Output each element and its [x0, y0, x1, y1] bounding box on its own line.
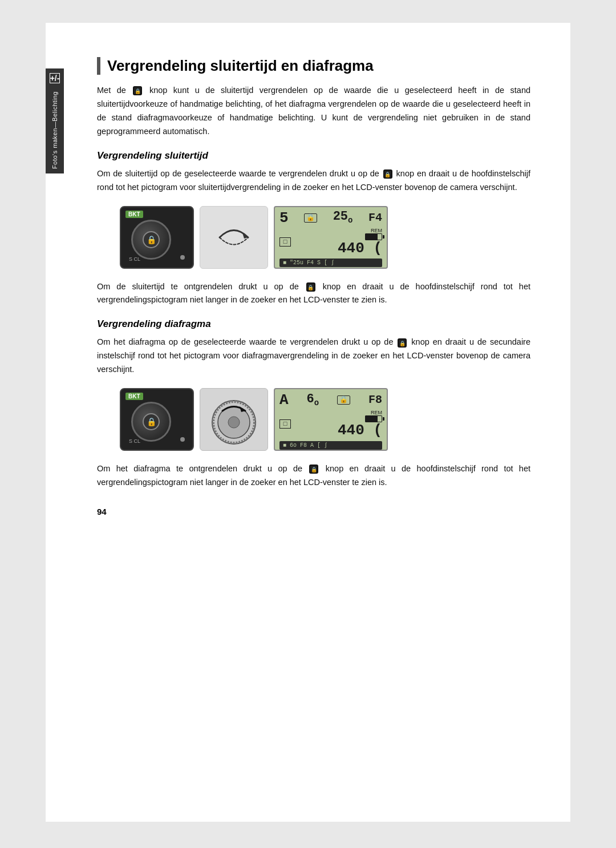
scl-label-1: S CL — [129, 256, 140, 262]
arrow-svg-2 — [205, 394, 262, 445]
dial-lock-icon-2: 🔒 — [147, 417, 156, 426]
page-number: 94 — [97, 507, 530, 516]
section1-title: Vergrendeling sluitertijd — [97, 150, 530, 161]
lcd-battery-1 — [365, 233, 382, 240]
lcd-battery-2 — [365, 415, 382, 422]
lcd-bottom-text-1: ■ "25u F4 S [ ∫ — [283, 260, 334, 266]
scl-label-2: S CL — [129, 438, 140, 444]
section1-body1: Om de sluitertijd op de geselecteerde wa… — [97, 167, 530, 195]
sidebar-tab: +/- Foto's maken—Belichting — [46, 68, 64, 173]
main-title: Vergrendeling sluitertijd en diafragma — [97, 57, 530, 75]
lcd-bottom-bar-1: ■ "25u F4 S [ ∫ — [279, 259, 382, 267]
lcd-small-box-2: □ — [279, 419, 291, 429]
dial-circle-1: 🔒 — [131, 220, 171, 260]
lcd-lock-1: 🔒 — [304, 213, 317, 223]
lcd-bottom-text-2: ■ 6o F8 A [ ∫ — [283, 442, 327, 449]
lcd-display-2: A 6o 🔒 F8 □ REM 440 ( — [274, 388, 388, 451]
dial-circle-2: 🔒 — [131, 402, 171, 442]
arrow-svg-1 — [211, 220, 257, 255]
lcd-rem-area-1: REM 440 ( — [338, 228, 382, 257]
arrow-dial-1 — [200, 206, 268, 269]
lcd-mode-1: 5 — [279, 211, 289, 225]
lcd-small-box-1: □ — [279, 237, 291, 247]
svg-point-5 — [228, 417, 240, 428]
lock-button-icon-5: 🔒 — [309, 465, 318, 474]
dial-lock-icon-1: 🔒 — [147, 235, 156, 244]
lcd-top-row-2: A 6o 🔒 F8 — [279, 393, 382, 407]
figures-row-2: BKT 🔒 S CL — [120, 388, 530, 451]
arrow-dial-2 — [200, 388, 268, 451]
section2-body1: Om het diafragma op de geselecteerde waa… — [97, 336, 530, 377]
lcd-display-1: 5 🔒 25o F4 □ REM 440 ( — [274, 206, 388, 269]
lcd-mode-2: A — [279, 393, 289, 407]
section1-body2: Om de sluitertijd te ontgrendelen drukt … — [97, 280, 530, 308]
lcd-rem-label-2: REM — [371, 410, 382, 415]
section2-body2: Om het diafragma te ontgrendelen drukt u… — [97, 462, 530, 490]
camera-dial-2: BKT 🔒 S CL — [120, 388, 194, 451]
lcd-rem-value-row-2 — [365, 415, 382, 422]
sidebar-label: Foto's maken—Belichting — [51, 91, 58, 169]
camera-dial-1: BKT 🔒 S CL — [120, 206, 194, 269]
lcd-lock-2: 🔒 — [337, 395, 350, 405]
lock-button-icon-2: 🔒 — [383, 169, 392, 179]
intro-paragraph: Met de 🔒 knop kunt u de sluitertijd verg… — [97, 84, 530, 139]
lcd-rem-value-row-1 — [365, 233, 382, 240]
bkt-label-2: BKT — [125, 393, 143, 400]
lcd-top-row-1: 5 🔒 25o F4 — [279, 211, 382, 225]
page: +/- Foto's maken—Belichting Vergrendelin… — [46, 23, 570, 822]
lcd-aperture-val-2: F8 — [368, 394, 382, 406]
exposure-icon: +/- — [50, 73, 60, 83]
lock-button-icon: 🔒 — [133, 86, 142, 95]
section2-title: Vergrendeling diafragma — [97, 318, 530, 330]
bkt-label-1: BKT — [125, 211, 143, 218]
lcd-shutter-1: 25o — [333, 211, 353, 224]
lcd-aperture-2: 6o — [307, 393, 319, 407]
dial-inner-2: 🔒 — [143, 413, 160, 430]
figures-row-1: BKT 🔒 S CL 5 🔒 25o F4 — [120, 206, 530, 269]
lcd-rem-area-2: REM 440 ( — [338, 410, 382, 439]
lcd-rem-label-1: REM — [371, 228, 382, 233]
lcd-battery-fill-2 — [366, 416, 378, 422]
lcd-mid-row-2: □ REM 440 ( — [279, 410, 382, 439]
lcd-aperture-1: F4 — [368, 212, 382, 224]
lock-button-icon-4: 🔒 — [398, 338, 407, 348]
dial-inner-1: 🔒 — [143, 231, 160, 248]
dot-marker-2 — [180, 437, 185, 442]
lcd-mid-row-1: □ REM 440 ( — [279, 228, 382, 257]
lcd-big-num-1: 440 ( — [338, 240, 382, 257]
lcd-bottom-bar-2: ■ 6o F8 A [ ∫ — [279, 441, 382, 450]
dot-marker-1 — [180, 255, 185, 260]
lock-button-icon-3: 🔒 — [306, 282, 315, 292]
lcd-big-num-2: 440 ( — [338, 422, 382, 439]
lcd-battery-fill-1 — [366, 234, 378, 240]
